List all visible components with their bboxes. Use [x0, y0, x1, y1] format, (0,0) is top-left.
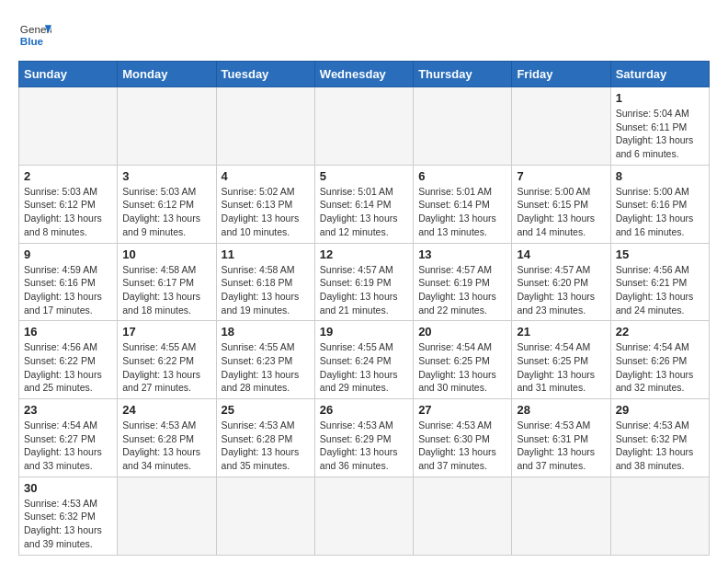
day-number: 25	[222, 403, 310, 417]
day-number: 5	[320, 169, 408, 183]
calendar-cell: 17Sunrise: 4:55 AMSunset: 6:22 PMDayligh…	[118, 321, 216, 399]
calendar-cell: 16Sunrise: 4:56 AMSunset: 6:22 PMDayligh…	[19, 321, 118, 399]
calendar-cell: 7Sunrise: 5:00 AMSunset: 6:15 PMDaylight…	[512, 165, 610, 243]
day-number: 8	[616, 169, 704, 183]
week-row-4: 16Sunrise: 4:56 AMSunset: 6:22 PMDayligh…	[19, 321, 710, 399]
day-number: 10	[122, 247, 210, 261]
weekday-header-wednesday: Wednesday	[314, 62, 413, 87]
day-number: 20	[418, 325, 506, 339]
day-number: 30	[24, 481, 112, 495]
calendar-cell	[314, 477, 413, 555]
day-number: 15	[616, 247, 704, 261]
calendar-cell	[610, 477, 709, 555]
calendar-table: SundayMondayTuesdayWednesdayThursdayFrid…	[18, 61, 710, 556]
day-number: 19	[320, 325, 408, 339]
calendar-cell: 12Sunrise: 4:57 AMSunset: 6:19 PMDayligh…	[314, 243, 413, 321]
calendar-cell: 13Sunrise: 4:57 AMSunset: 6:19 PMDayligh…	[414, 243, 512, 321]
calendar-cell: 3Sunrise: 5:03 AMSunset: 6:12 PMDaylight…	[118, 165, 216, 243]
calendar-cell: 1Sunrise: 5:04 AMSunset: 6:11 PMDaylight…	[610, 87, 709, 166]
day-info: Sunrise: 4:54 AMSunset: 6:27 PMDaylight:…	[24, 419, 112, 473]
calendar-cell	[19, 87, 118, 166]
day-info: Sunrise: 4:55 AMSunset: 6:23 PMDaylight:…	[222, 340, 310, 395]
calendar-cell: 24Sunrise: 4:53 AMSunset: 6:28 PMDayligh…	[118, 399, 216, 477]
day-info: Sunrise: 4:55 AMSunset: 6:22 PMDaylight:…	[122, 340, 210, 395]
week-row-3: 9Sunrise: 4:59 AMSunset: 6:16 PMDaylight…	[19, 243, 710, 321]
calendar-cell	[512, 87, 610, 166]
weekday-header-sunday: Sunday	[19, 62, 118, 87]
day-info: Sunrise: 4:58 AMSunset: 6:18 PMDaylight:…	[222, 263, 310, 317]
day-number: 11	[222, 247, 310, 261]
day-number: 14	[517, 247, 605, 261]
day-number: 28	[517, 403, 605, 417]
calendar-cell: 10Sunrise: 4:58 AMSunset: 6:17 PMDayligh…	[118, 243, 216, 321]
day-info: Sunrise: 5:03 AMSunset: 6:12 PMDaylight:…	[122, 185, 210, 239]
svg-text:Blue: Blue	[20, 35, 44, 47]
calendar-cell: 4Sunrise: 5:02 AMSunset: 6:13 PMDaylight…	[216, 165, 314, 243]
calendar-cell: 23Sunrise: 4:54 AMSunset: 6:27 PMDayligh…	[19, 399, 118, 477]
day-info: Sunrise: 5:03 AMSunset: 6:12 PMDaylight:…	[24, 185, 112, 239]
day-info: Sunrise: 4:57 AMSunset: 6:19 PMDaylight:…	[320, 263, 408, 317]
calendar-cell	[512, 477, 610, 555]
calendar-cell	[314, 87, 413, 166]
day-info: Sunrise: 4:59 AMSunset: 6:16 PMDaylight:…	[24, 263, 112, 317]
day-info: Sunrise: 5:00 AMSunset: 6:16 PMDaylight:…	[616, 185, 704, 239]
calendar-cell	[414, 87, 512, 166]
day-info: Sunrise: 4:55 AMSunset: 6:24 PMDaylight:…	[320, 340, 408, 395]
day-info: Sunrise: 4:53 AMSunset: 6:30 PMDaylight:…	[418, 419, 506, 473]
day-info: Sunrise: 4:54 AMSunset: 6:25 PMDaylight:…	[418, 340, 506, 395]
day-number: 9	[24, 247, 112, 261]
calendar-cell: 14Sunrise: 4:57 AMSunset: 6:20 PMDayligh…	[512, 243, 610, 321]
day-info: Sunrise: 4:58 AMSunset: 6:17 PMDaylight:…	[122, 263, 210, 317]
weekday-header-row: SundayMondayTuesdayWednesdayThursdayFrid…	[19, 62, 710, 87]
day-number: 4	[222, 169, 310, 183]
day-number: 13	[418, 247, 506, 261]
day-number: 26	[320, 403, 408, 417]
week-row-2: 2Sunrise: 5:03 AMSunset: 6:12 PMDaylight…	[19, 165, 710, 243]
calendar-cell: 5Sunrise: 5:01 AMSunset: 6:14 PMDaylight…	[314, 165, 413, 243]
day-info: Sunrise: 4:57 AMSunset: 6:19 PMDaylight:…	[418, 263, 506, 317]
calendar-cell: 20Sunrise: 4:54 AMSunset: 6:25 PMDayligh…	[414, 321, 512, 399]
calendar-cell	[118, 477, 216, 555]
day-number: 22	[616, 325, 704, 339]
weekday-header-friday: Friday	[512, 62, 610, 87]
day-number: 23	[24, 403, 112, 417]
weekday-header-saturday: Saturday	[610, 62, 709, 87]
day-number: 18	[222, 325, 310, 339]
calendar-cell: 9Sunrise: 4:59 AMSunset: 6:16 PMDaylight…	[19, 243, 118, 321]
calendar-cell	[414, 477, 512, 555]
calendar-cell: 28Sunrise: 4:53 AMSunset: 6:31 PMDayligh…	[512, 399, 610, 477]
day-info: Sunrise: 4:57 AMSunset: 6:20 PMDaylight:…	[517, 263, 605, 317]
day-number: 29	[616, 403, 704, 417]
calendar-cell: 22Sunrise: 4:54 AMSunset: 6:26 PMDayligh…	[610, 321, 709, 399]
calendar-cell: 11Sunrise: 4:58 AMSunset: 6:18 PMDayligh…	[216, 243, 314, 321]
calendar-cell: 6Sunrise: 5:01 AMSunset: 6:14 PMDaylight…	[414, 165, 512, 243]
calendar-cell: 15Sunrise: 4:56 AMSunset: 6:21 PMDayligh…	[610, 243, 709, 321]
day-info: Sunrise: 4:53 AMSunset: 6:31 PMDaylight:…	[517, 419, 605, 473]
day-info: Sunrise: 4:53 AMSunset: 6:28 PMDaylight:…	[122, 419, 210, 473]
week-row-5: 23Sunrise: 4:54 AMSunset: 6:27 PMDayligh…	[19, 399, 710, 477]
day-number: 16	[24, 325, 112, 339]
day-info: Sunrise: 5:04 AMSunset: 6:11 PMDaylight:…	[616, 107, 704, 161]
day-info: Sunrise: 4:54 AMSunset: 6:25 PMDaylight:…	[517, 340, 605, 395]
day-info: Sunrise: 5:01 AMSunset: 6:14 PMDaylight:…	[320, 185, 408, 239]
calendar-cell	[216, 477, 314, 555]
day-info: Sunrise: 5:02 AMSunset: 6:13 PMDaylight:…	[222, 185, 310, 239]
day-info: Sunrise: 5:01 AMSunset: 6:14 PMDaylight:…	[418, 185, 506, 239]
weekday-header-tuesday: Tuesday	[216, 62, 314, 87]
day-number: 21	[517, 325, 605, 339]
logo-icon: General Blue	[18, 18, 51, 52]
day-info: Sunrise: 4:53 AMSunset: 6:28 PMDaylight:…	[222, 419, 310, 473]
day-number: 12	[320, 247, 408, 261]
day-info: Sunrise: 4:53 AMSunset: 6:32 PMDaylight:…	[24, 497, 112, 551]
logo: General Blue	[18, 18, 51, 52]
calendar-cell: 19Sunrise: 4:55 AMSunset: 6:24 PMDayligh…	[314, 321, 413, 399]
day-info: Sunrise: 4:53 AMSunset: 6:29 PMDaylight:…	[320, 419, 408, 473]
day-info: Sunrise: 5:00 AMSunset: 6:15 PMDaylight:…	[517, 185, 605, 239]
week-row-1: 1Sunrise: 5:04 AMSunset: 6:11 PMDaylight…	[19, 87, 710, 166]
calendar-cell: 8Sunrise: 5:00 AMSunset: 6:16 PMDaylight…	[610, 165, 709, 243]
day-number: 7	[517, 169, 605, 183]
weekday-header-thursday: Thursday	[414, 62, 512, 87]
day-number: 2	[24, 169, 112, 183]
page-header: General Blue	[18, 18, 710, 52]
day-number: 24	[122, 403, 210, 417]
